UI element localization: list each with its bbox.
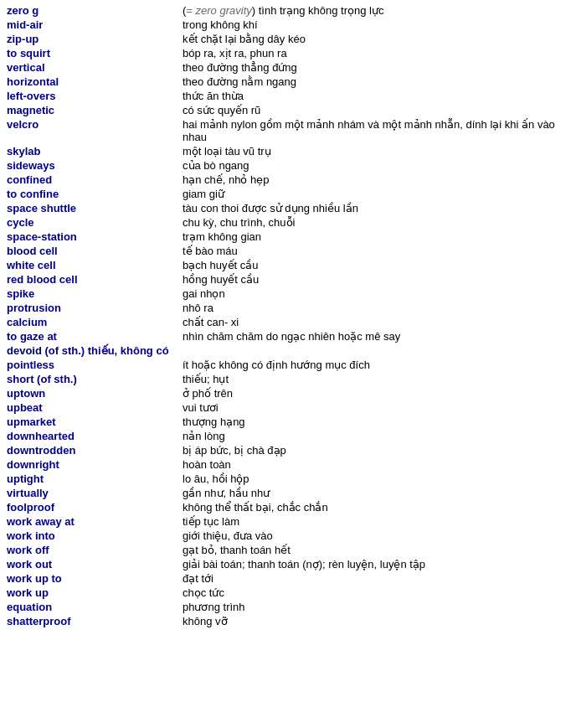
vocab-definition: gai nhọn: [183, 287, 569, 300]
vocab-definition: thiếu; hụt: [183, 373, 569, 385]
list-item: work intogiới thiệu, đưa vào: [3, 529, 573, 543]
list-item: left-oversthức ăn thừa: [3, 89, 573, 103]
vocab-term: work out: [7, 558, 183, 571]
list-item: protrusionnhô ra: [3, 301, 573, 315]
vocab-term: cycle: [7, 216, 183, 229]
list-item: work upchọc tức: [3, 586, 573, 600]
vocab-term: downtrodden: [7, 444, 183, 457]
list-item: shatterproofkhông vỡ: [3, 614, 573, 628]
list-item: work outgiải bài toán; thanh toán (nợ); …: [3, 557, 573, 571]
list-item: zip-upkết chặt lại bằng dây kéo: [3, 32, 573, 46]
list-item: white cellbạch huyết cầu: [3, 258, 573, 272]
list-item: confinedhạn chế, nhỏ hẹp: [3, 173, 573, 187]
list-item: devoid (of sth.) thiếu, không có: [3, 343, 573, 358]
vocab-definition: thượng hạng: [183, 416, 569, 428]
vocab-term: foolproof: [7, 501, 183, 514]
vocab-definition: trong không khí: [183, 18, 569, 31]
vocab-term: upbeat: [7, 401, 183, 414]
list-item: work away attiếp tục làm: [3, 514, 573, 529]
vocab-term: left-overs: [7, 90, 183, 102]
vocab-definition: chọc tức: [183, 586, 569, 599]
vocab-term: space-station: [7, 230, 183, 243]
vocab-definition: hạn chế, nhỏ hẹp: [183, 173, 569, 186]
vocab-definition: không vỡ: [183, 615, 569, 627]
list-item: work offgạt bỏ, thanh toán hết: [3, 543, 573, 557]
vocab-definition: lo âu, hồi hộp: [183, 472, 569, 485]
vocab-definition: chu kỳ, chu trình, chuỗi: [183, 216, 569, 229]
vocab-term: pointless: [7, 359, 183, 371]
vocab-term: to gaze at: [7, 330, 183, 343]
vocab-definition: theo đường nằm ngang: [183, 75, 569, 88]
vocab-definition: giải bài toán; thanh toán (nợ); rèn luyệ…: [183, 558, 569, 571]
list-item: space-stationtrạm không gian: [3, 230, 573, 244]
vocab-term: spike: [7, 287, 183, 300]
list-item: work up tođạt tới: [3, 571, 573, 586]
vocab-definition: hồng huyết cầu: [183, 273, 569, 286]
list-item: red blood cellhồng huyết cầu: [3, 272, 573, 287]
vocab-term: magnetic: [7, 104, 183, 116]
vocab-term: skylab: [7, 145, 183, 157]
vocab-definition: tiếp tục làm: [183, 515, 569, 528]
vocab-term: virtually: [7, 487, 183, 499]
vocab-term: work away at: [7, 515, 183, 528]
vocab-term: work up to: [7, 572, 183, 585]
list-item: virtuallygần như, hầu như: [3, 486, 573, 500]
vocab-definition: giới thiệu, đưa vào: [183, 529, 569, 542]
vocab-term: mid-air: [7, 18, 183, 31]
vocabulary-table: zero g(= zero gravity) tình trạng không …: [0, 0, 576, 632]
vocab-term: downhearted: [7, 430, 183, 442]
vocab-definition: chất can- xi: [183, 316, 569, 328]
vocab-definition: hai mảnh nylon gồm một mảnh nhám và một …: [183, 118, 569, 143]
vocab-term: confined: [7, 173, 183, 186]
vocab-term: zip-up: [7, 33, 183, 45]
vocab-definition: đạt tới: [183, 572, 569, 585]
vocab-definition: nhô ra: [183, 302, 569, 314]
italic-note: = zero gravity: [186, 4, 251, 17]
list-item: downtroddenbị áp bức, bị chà đạp: [3, 443, 573, 457]
vocab-definition: ở phố trên: [183, 387, 569, 400]
vocab-term: uptown: [7, 387, 183, 400]
vocab-term: shatterproof: [7, 615, 183, 627]
vocab-term: downright: [7, 458, 183, 471]
vocab-term: vertical: [7, 61, 183, 74]
vocab-term: space shuttle: [7, 202, 183, 214]
vocab-term: work up: [7, 586, 183, 599]
vocab-term: calcium: [7, 316, 183, 328]
list-item: to confinegiam giữ: [3, 187, 573, 201]
vocab-definition: kết chặt lại bằng dây kéo: [183, 33, 569, 45]
list-item: pointlessít hoặc không có định hướng mục…: [3, 358, 573, 372]
list-item: horizontaltheo đường nằm ngang: [3, 75, 573, 89]
vocab-definition: gạt bỏ, thanh toán hết: [183, 544, 569, 556]
list-item: uptownở phố trên: [3, 386, 573, 400]
vocab-definition: trạm không gian: [183, 230, 569, 243]
vocab-definition: nhìn chăm chăm do ngạc nhiên hoặc mê say: [183, 330, 569, 343]
list-item: space shuttletàu con thoi được sử dụng n…: [3, 201, 573, 215]
list-item: to gaze atnhìn chăm chăm do ngạc nhiên h…: [3, 329, 573, 343]
vocab-definition: tế bào máu: [183, 245, 569, 257]
vocab-definition: hoàn toàn: [183, 458, 569, 471]
vocab-definition: bị áp bức, bị chà đạp: [183, 444, 569, 457]
vocab-term: white cell: [7, 259, 183, 271]
list-item: calciumchất can- xi: [3, 315, 573, 329]
vocab-term: blood cell: [7, 245, 183, 257]
vocab-definition: vui tươi: [183, 401, 569, 414]
vocab-definition: ít hoặc không có định hướng mục đích: [183, 359, 569, 371]
list-item: spikegai nhọn: [3, 287, 573, 301]
list-item: sidewayscủa bò ngang: [3, 158, 573, 173]
list-item: mid-airtrong không khí: [3, 18, 573, 32]
list-item: blood celltế bào máu: [3, 244, 573, 258]
vocab-definition: một loại tàu vũ trụ: [183, 145, 569, 157]
list-item: zero g(= zero gravity) tình trạng không …: [3, 3, 573, 18]
vocab-term: to confine: [7, 188, 183, 200]
vocab-term: upmarket: [7, 416, 183, 428]
vocab-definition: bóp ra, xịt ra, phun ra: [183, 47, 569, 59]
vocab-definition: bạch huyết cầu: [183, 259, 569, 271]
vocab-term: red blood cell: [7, 273, 183, 286]
list-item: magneticcó sức quyến rũ: [3, 103, 573, 117]
vocab-definition: nản lòng: [183, 430, 569, 442]
list-item: skylabmột loại tàu vũ trụ: [3, 144, 573, 158]
vocab-term: horizontal: [7, 75, 183, 88]
vocab-term: to squirt: [7, 47, 183, 59]
list-item: upmarketthượng hạng: [3, 415, 573, 429]
vocab-definition: theo đường thẳng đứng: [183, 61, 569, 74]
